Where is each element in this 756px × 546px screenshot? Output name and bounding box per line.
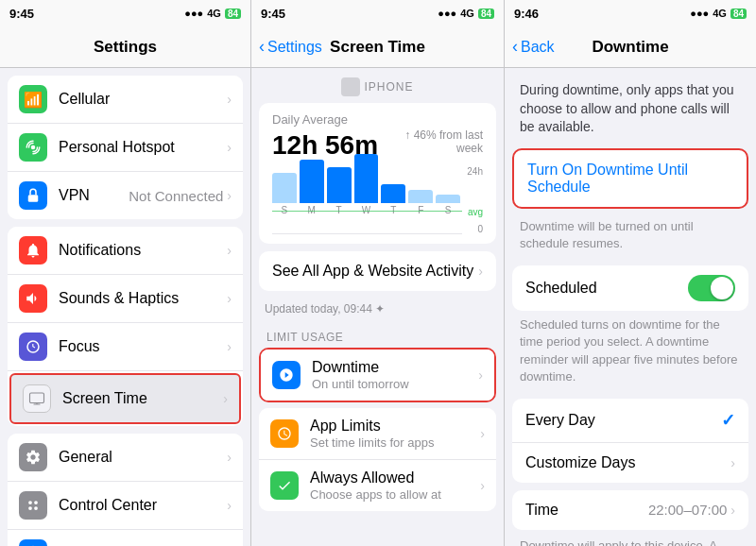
svg-point-4 [34, 501, 38, 504]
always-chevron: › [480, 478, 485, 493]
bar-f-fill [408, 190, 433, 203]
row-general[interactable]: General › [8, 434, 243, 482]
applimits-icon [270, 419, 299, 448]
status-bar-right: 9:46 ●●● 4G 84 [505, 0, 756, 26]
group-connectivity: 📶 Cellular › Personal Hotspot › [8, 76, 243, 219]
notifications-chevron: › [227, 243, 232, 258]
nav-title-left: Settings [94, 38, 157, 57]
scheduled-label: Scheduled [525, 280, 688, 297]
scheduled-toggle[interactable] [688, 275, 735, 301]
network-right: 4G [713, 8, 727, 19]
scheduled-row[interactable]: Scheduled [512, 265, 748, 311]
back-button-middle[interactable]: ‹ Settings [259, 37, 322, 57]
time-row[interactable]: Time 22:00–07:00 › [512, 490, 748, 530]
controlcenter-icon [19, 491, 47, 520]
row-screentime[interactable]: Screen Time › [9, 373, 241, 424]
row-sounds[interactable]: Sounds & Haptics › [8, 275, 243, 323]
controlcenter-chevron: › [227, 498, 232, 513]
row-vpn[interactable]: VPN Not Connected › [8, 172, 243, 219]
svg-point-5 [28, 506, 32, 510]
row-notifications[interactable]: Notifications › [8, 227, 243, 275]
customize-days-row[interactable]: Customize Days › [512, 443, 748, 483]
bar-m-fill [300, 160, 324, 203]
back-button-right[interactable]: ‹ Back [512, 37, 555, 57]
bar-s: S [272, 173, 297, 215]
see-all-label: See All App & Website Activity [272, 263, 478, 280]
general-label: General [59, 449, 227, 466]
applimits-content: App Limits Set time limits for apps [310, 418, 480, 450]
always-content: Always Allowed Choose apps to allow at [310, 469, 480, 502]
cellular-chevron: › [227, 92, 232, 107]
avg-line [272, 211, 462, 212]
see-all-row[interactable]: See All App & Website Activity › [259, 251, 496, 291]
status-bar-left: 9:45 ●●● 4G 84 [0, 0, 250, 26]
row-cellular[interactable]: 📶 Cellular › [8, 76, 243, 124]
screentime-chevron: › [223, 391, 228, 406]
bars-row: S M T W [272, 166, 483, 215]
row-hotspot[interactable]: Personal Hotspot › [8, 124, 243, 172]
see-all-chevron: › [478, 264, 483, 279]
bar-w-fill [354, 154, 379, 203]
status-icons-middle: ●●● 4G 84 [438, 8, 494, 19]
turn-on-label: Turn On Downtime Until Schedule [527, 162, 688, 195]
hotspot-label: Personal Hotspot [59, 139, 227, 156]
cellular-icon: 📶 [19, 85, 47, 113]
every-day-row[interactable]: Every Day ✓ [512, 399, 748, 443]
screentime-icon [23, 384, 51, 413]
cellular-label: Cellular [59, 91, 227, 108]
downtime-content: Downtime On until tomorrow [312, 359, 478, 391]
display-icon [19, 539, 47, 546]
svg-rect-2 [30, 393, 44, 403]
sounds-content: Sounds & Haptics [59, 290, 227, 307]
time-section: Time 22:00–07:00 › [512, 490, 748, 530]
downtime-description: During downtime, only apps that you choo… [505, 68, 756, 145]
controlcenter-content: Control Center [59, 497, 227, 514]
customize-days-chevron: › [730, 455, 735, 470]
settings-list-left: 📶 Cellular › Personal Hotspot › [0, 68, 250, 546]
row-controlcenter[interactable]: Control Center › [8, 482, 243, 530]
focus-content: Focus [59, 338, 227, 355]
bar-s2-fill [436, 195, 460, 203]
group-system: General › Control Center › Display & Bri… [8, 434, 243, 546]
network-middle: 4G [460, 8, 474, 19]
time-label: Time [525, 502, 648, 519]
nav-bar-left: Settings [0, 26, 250, 68]
vpn-icon [19, 181, 47, 210]
status-icons-left: ●●● 4G 84 [184, 8, 241, 19]
battery-badge-right: 84 [730, 9, 747, 19]
nav-bar-right: ‹ Back Downtime [505, 26, 756, 68]
always-sublabel: Choose apps to allow at [310, 487, 480, 502]
row-downtime[interactable]: Downtime On until tomorrow › [261, 350, 494, 401]
applimits-chevron: › [480, 426, 485, 441]
focus-icon [19, 333, 47, 361]
general-content: General [59, 449, 227, 466]
battery-badge-left: 84 [225, 9, 241, 19]
nav-title-right: Downtime [592, 38, 668, 57]
row-applimits[interactable]: App Limits Set time limits for apps › [259, 408, 496, 460]
focus-chevron: › [227, 339, 232, 354]
chart-avg-label: avg [468, 207, 483, 217]
chart-bottom-label: 0 [477, 224, 483, 234]
screentime-content: Screen Time [62, 390, 223, 407]
group-limits: App Limits Set time limits for apps › Al… [259, 408, 496, 511]
svg-rect-1 [28, 195, 39, 202]
downtime-label: Downtime [312, 359, 478, 376]
downtime-highlighted-container: Downtime On until tomorrow › [259, 348, 496, 402]
scheduled-long-desc: Scheduled turns on downtime for the time… [505, 311, 756, 391]
turn-on-downtime-button[interactable]: Turn On Downtime Until Schedule [512, 148, 748, 209]
vpn-label: VPN [59, 187, 129, 204]
row-display[interactable]: Display & Brightness › [8, 530, 243, 546]
time-middle: 9:45 [261, 7, 285, 21]
settings-panel: 9:45 ●●● 4G 84 Settings 📶 Cellular › [0, 0, 251, 546]
bottom-note: Downtime will apply to this device. A do… [505, 530, 756, 546]
nav-title-middle: Screen Time [330, 38, 425, 57]
signal-icon-left: ●●● [184, 8, 203, 19]
toggle-thumb [711, 277, 733, 299]
daily-avg-change: ↑ 46% from lastweek [404, 128, 483, 155]
svg-point-3 [28, 501, 32, 504]
bar-w: W [354, 154, 379, 215]
downtime-panel: 9:46 ●●● 4G 84 ‹ Back Downtime During do… [505, 0, 756, 546]
row-focus[interactable]: Focus › [8, 323, 243, 371]
hotspot-chevron: › [227, 140, 232, 155]
row-always[interactable]: Always Allowed Choose apps to allow at › [259, 460, 496, 511]
